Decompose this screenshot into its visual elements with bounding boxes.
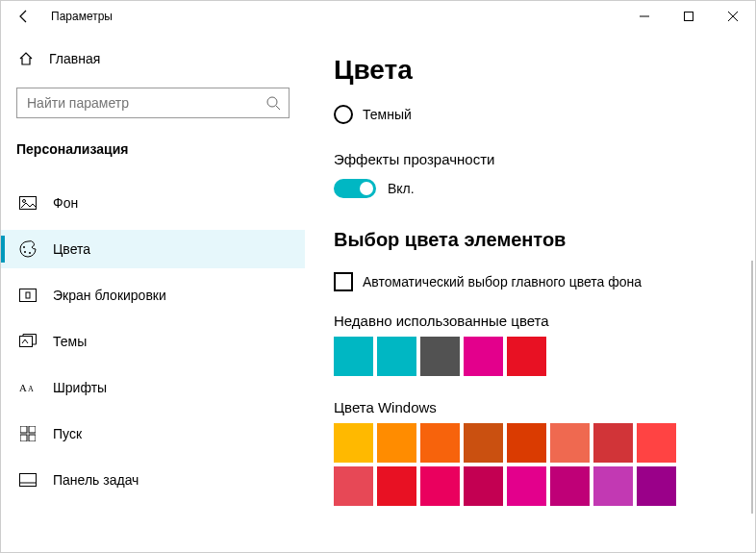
color-swatch[interactable]: [507, 337, 546, 376]
svg-text:A: A: [19, 383, 27, 394]
nav-label: Фон: [53, 195, 78, 211]
color-swatch[interactable]: [593, 423, 633, 463]
svg-text:A: A: [28, 386, 34, 394]
search-box[interactable]: [16, 88, 290, 118]
dark-mode-radio[interactable]: Темный: [334, 105, 726, 124]
category-label: Персонализация: [1, 132, 305, 166]
color-swatch[interactable]: [637, 423, 676, 463]
nav-background[interactable]: Фон: [1, 184, 305, 222]
nav-label: Цвета: [53, 241, 90, 257]
nav-lockscreen[interactable]: Экран блокировки: [1, 276, 305, 314]
svg-rect-18: [20, 474, 37, 487]
nav-fonts[interactable]: AA Шрифты: [1, 368, 305, 407]
svg-rect-15: [29, 426, 36, 433]
svg-rect-16: [20, 435, 27, 441]
nav-label: Темы: [53, 334, 87, 349]
color-swatch[interactable]: [464, 337, 503, 376]
window-title: Параметры: [47, 10, 113, 23]
windows-colors-label: Цвета Windows: [334, 399, 726, 415]
toggle-state: Вкл.: [388, 181, 415, 196]
svg-point-2: [267, 97, 277, 107]
color-swatch[interactable]: [507, 466, 546, 506]
svg-point-6: [23, 246, 25, 248]
back-button[interactable]: [1, 1, 47, 32]
color-swatch[interactable]: [420, 337, 460, 376]
auto-pick-checkbox-row[interactable]: Автоматический выбор главного цвета фона: [334, 272, 726, 291]
nav-list: Фон Цвета Экран блокировки Темы AA Шрифт…: [1, 184, 305, 499]
minimize-button[interactable]: [622, 1, 667, 32]
color-swatch[interactable]: [377, 337, 416, 376]
color-swatch[interactable]: [334, 423, 373, 463]
color-swatch[interactable]: [507, 423, 546, 463]
color-swatch[interactable]: [637, 466, 676, 506]
checkbox-label: Автоматический выбор главного цвета фона: [363, 274, 642, 289]
nav-label: Пуск: [53, 426, 82, 441]
nav-label: Шрифты: [53, 380, 107, 395]
home-link[interactable]: Главная: [1, 39, 305, 78]
nav-colors[interactable]: Цвета: [1, 230, 305, 268]
window-controls: [622, 1, 755, 32]
color-swatch[interactable]: [420, 423, 460, 463]
svg-rect-1: [685, 13, 693, 21]
color-swatch[interactable]: [593, 466, 633, 506]
color-swatch[interactable]: [420, 466, 460, 506]
scrollbar[interactable]: [751, 261, 753, 514]
color-swatch[interactable]: [334, 337, 373, 376]
nav-taskbar[interactable]: Панель задач: [1, 461, 305, 499]
accent-heading: Выбор цвета элементов: [334, 229, 726, 251]
nav-themes[interactable]: Темы: [1, 322, 305, 361]
radio-label: Темный: [363, 107, 412, 122]
windows-colors: [334, 423, 688, 506]
color-swatch[interactable]: [334, 466, 373, 506]
picture-icon: [18, 193, 38, 213]
color-swatch[interactable]: [377, 466, 416, 506]
nav-label: Экран блокировки: [53, 288, 166, 303]
svg-rect-17: [29, 435, 36, 441]
search-icon: [265, 95, 281, 111]
main-content: Цвета Темный Эффекты прозрачности Вкл. В…: [305, 32, 755, 552]
checkbox-icon: [334, 272, 353, 291]
svg-rect-9: [20, 289, 37, 302]
fonts-icon: AA: [18, 378, 38, 397]
radio-icon: [334, 105, 353, 124]
color-swatch[interactable]: [550, 423, 590, 463]
titlebar: Параметры: [1, 1, 755, 32]
color-swatch[interactable]: [464, 423, 503, 463]
lockscreen-icon: [18, 286, 38, 305]
color-swatch[interactable]: [464, 466, 503, 506]
color-swatch[interactable]: [550, 466, 590, 506]
nav-start[interactable]: Пуск: [1, 415, 305, 453]
close-button[interactable]: [711, 1, 755, 32]
taskbar-icon: [18, 470, 38, 490]
page-title: Цвета: [334, 55, 726, 86]
svg-point-5: [23, 200, 26, 203]
transparency-toggle[interactable]: [334, 179, 376, 198]
search-input[interactable]: [27, 95, 265, 111]
themes-icon: [18, 332, 38, 351]
svg-point-7: [24, 251, 26, 253]
home-label: Главная: [49, 51, 100, 66]
home-icon: [18, 51, 34, 66]
sidebar: Главная Персонализация Фон Цвета Экран б…: [1, 32, 305, 552]
maximize-button[interactable]: [667, 1, 711, 32]
svg-rect-10: [26, 292, 30, 298]
palette-icon: [18, 239, 38, 259]
start-icon: [18, 424, 38, 443]
nav-label: Панель задач: [53, 472, 139, 488]
recent-colors: [334, 337, 726, 376]
svg-line-3: [276, 106, 280, 110]
svg-rect-14: [20, 426, 27, 433]
transparency-label: Эффекты прозрачности: [334, 151, 726, 167]
svg-point-8: [29, 252, 31, 254]
recent-colors-label: Недавно использованные цвета: [334, 313, 726, 329]
color-swatch[interactable]: [377, 423, 416, 463]
